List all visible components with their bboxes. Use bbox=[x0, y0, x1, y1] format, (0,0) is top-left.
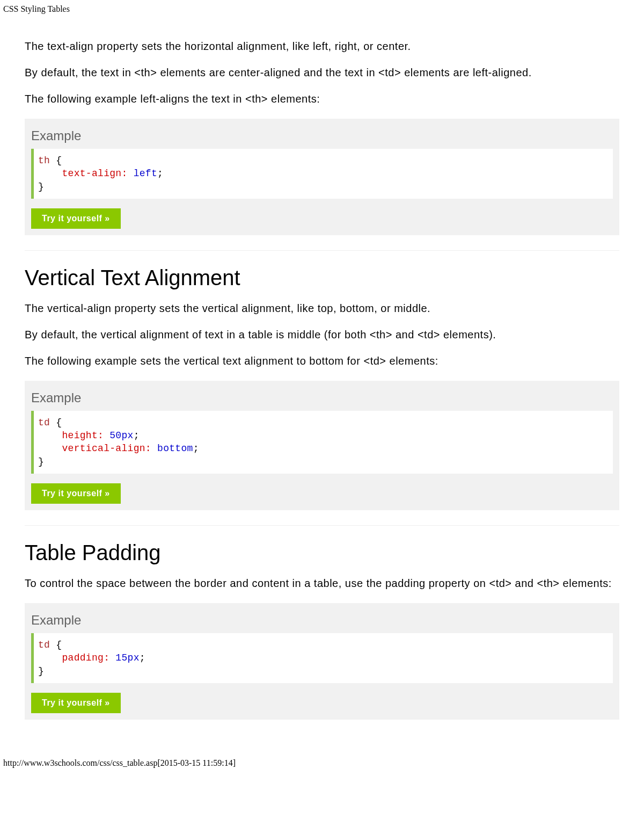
section-divider bbox=[25, 525, 619, 526]
code-brace-close: } bbox=[38, 666, 44, 677]
code-property: vertical-align: bbox=[62, 443, 151, 454]
code-brace-close: } bbox=[38, 456, 44, 467]
page-header-title: CSS Styling Tables bbox=[0, 0, 644, 14]
code-property: height: bbox=[62, 430, 104, 441]
example-block-text-align: Example th { text-align: left; } Try it … bbox=[25, 119, 619, 235]
heading-table-padding: Table Padding bbox=[25, 541, 619, 565]
code-property: text-align: bbox=[62, 168, 127, 179]
code-value: bottom bbox=[157, 443, 193, 454]
try-it-yourself-button[interactable]: Try it yourself » bbox=[31, 483, 121, 504]
example-label: Example bbox=[31, 125, 613, 149]
intro-paragraph-3: The following example left-aligns the te… bbox=[25, 91, 619, 107]
vertical-paragraph-3: The following example sets the vertical … bbox=[25, 353, 619, 369]
code-panel: th { text-align: left; } bbox=[31, 149, 613, 199]
try-it-yourself-button[interactable]: Try it yourself » bbox=[31, 693, 121, 713]
heading-vertical-alignment: Vertical Text Alignment bbox=[25, 266, 619, 290]
example-label: Example bbox=[31, 387, 613, 411]
code-semicolon: ; bbox=[193, 443, 199, 454]
code-selector: td bbox=[38, 417, 50, 428]
code-brace-open: { bbox=[50, 155, 62, 166]
example-block-padding: Example td { padding: 15px; } Try it you… bbox=[25, 603, 619, 720]
padding-paragraph-1: To control the space between the border … bbox=[25, 576, 619, 591]
vertical-paragraph-1: The vertical-align property sets the ver… bbox=[25, 301, 619, 316]
example-label: Example bbox=[31, 610, 613, 633]
intro-paragraph-1: The text-align property sets the horizon… bbox=[25, 39, 619, 54]
code-value: left bbox=[134, 168, 157, 179]
code-panel: td { height: 50px; vertical-align: botto… bbox=[31, 411, 613, 474]
code-selector: th bbox=[38, 155, 50, 166]
code-semicolon: ; bbox=[134, 430, 140, 441]
page-footer-url: http://www.w3schools.com/css/css_table.a… bbox=[0, 731, 644, 773]
code-selector: td bbox=[38, 640, 50, 650]
try-it-yourself-button[interactable]: Try it yourself » bbox=[31, 208, 121, 229]
code-semicolon: ; bbox=[140, 652, 145, 663]
main-content: The text-align property sets the horizon… bbox=[0, 39, 644, 720]
code-value: 15px bbox=[115, 652, 139, 663]
code-panel: td { padding: 15px; } bbox=[31, 633, 613, 683]
example-block-vertical-align: Example td { height: 50px; vertical-alig… bbox=[25, 381, 619, 510]
code-value: 50px bbox=[109, 430, 133, 441]
code-brace-close: } bbox=[38, 182, 44, 192]
vertical-paragraph-2: By default, the vertical alignment of te… bbox=[25, 327, 619, 343]
code-semicolon: ; bbox=[157, 168, 163, 179]
intro-paragraph-2: By default, the text in <th> elements ar… bbox=[25, 65, 619, 81]
code-property: padding: bbox=[62, 652, 109, 663]
code-brace-open: { bbox=[50, 640, 62, 650]
code-brace-open: { bbox=[50, 417, 62, 428]
section-divider bbox=[25, 250, 619, 251]
